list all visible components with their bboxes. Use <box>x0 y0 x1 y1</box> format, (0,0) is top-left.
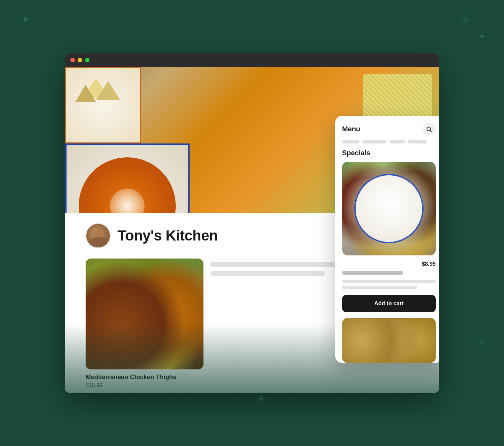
mobile-menu-title: Menu <box>342 125 360 133</box>
special-item-price: $8.99 <box>422 261 436 267</box>
desc-bar-2 <box>342 286 417 289</box>
decorative-star-6: ✦ <box>476 336 487 349</box>
browser-chrome <box>65 53 439 67</box>
decorative-star-3: ✦ <box>479 33 485 41</box>
second-item-preview[interactable] <box>342 318 436 363</box>
special-item-price-row: $8.99 <box>342 261 436 267</box>
bowl-plate <box>354 174 424 243</box>
category-tabs <box>335 140 439 149</box>
category-tab-3[interactable] <box>389 140 405 143</box>
mobile-panel-header: Menu <box>335 116 439 140</box>
traffic-light-minimize[interactable] <box>78 58 82 62</box>
pastry-food-visual <box>342 318 436 363</box>
mobile-panel: Menu Specials <box>335 116 439 363</box>
decorative-star-5: ✦ <box>257 393 266 404</box>
category-tab-4[interactable] <box>408 140 427 143</box>
svg-line-1 <box>431 130 432 132</box>
chef-avatar <box>86 223 111 248</box>
specials-section: Specials $8.99 Add to cart <box>335 149 439 363</box>
browser-window: Tony's Kitchen Mediterranean Chicken Thi… <box>65 53 439 393</box>
search-button[interactable] <box>423 123 436 136</box>
item-desc-bars <box>342 271 436 289</box>
specials-title: Specials <box>342 149 436 157</box>
decorative-star-1: ✦ <box>21 14 30 25</box>
pasta-swirl <box>79 157 176 213</box>
restaurant-name: Tony's Kitchen <box>118 227 218 244</box>
bowl-food-visual <box>356 175 422 242</box>
add-to-cart-button[interactable]: Add to cart <box>342 295 436 312</box>
skeleton-bar-2 <box>210 271 325 276</box>
desc-bar-1 <box>342 280 436 283</box>
plate-left <box>65 67 141 143</box>
decorative-star-2: ✦ <box>457 10 473 29</box>
item-name-bar <box>342 271 403 275</box>
plate-pasta-center <box>65 143 190 213</box>
special-item-image <box>342 162 436 255</box>
category-tab-1[interactable] <box>342 140 359 143</box>
category-tab-2[interactable] <box>362 140 386 143</box>
traffic-light-close[interactable] <box>70 58 75 62</box>
traffic-light-fullscreen[interactable] <box>85 58 89 62</box>
search-icon <box>426 126 432 132</box>
